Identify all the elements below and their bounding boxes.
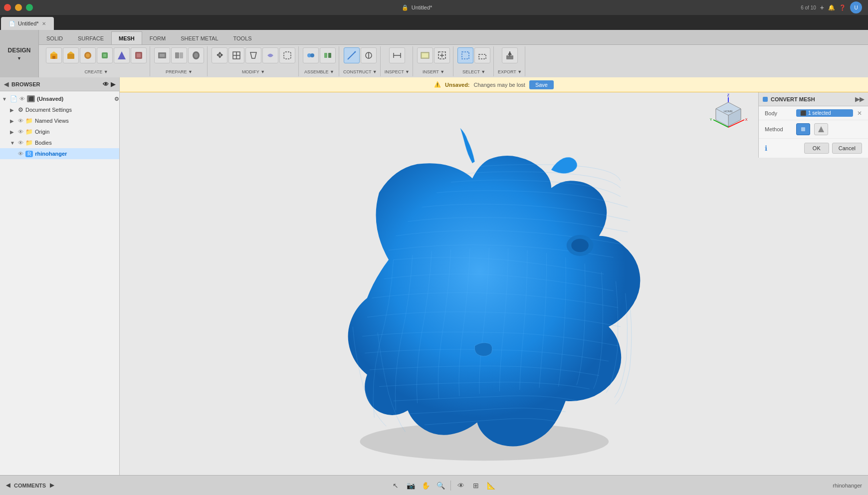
bottombar: ◀ COMMENTS ▶ ↖ 📷 ✋ 🔍 👁 ⊞ 📐 rhinohanger (0, 475, 868, 495)
tree-item-namedviews[interactable]: ▶ 👁 📁 Named Views (0, 115, 119, 126)
3d-viewport[interactable] (120, 92, 868, 475)
window-title: Untitled* (412, 4, 433, 10)
assemble-tool-2[interactable] (320, 47, 336, 63)
tree-settings-icon[interactable]: ⚙ (114, 96, 119, 102)
svg-point-6 (86, 53, 90, 57)
close-window-btn[interactable] (4, 4, 11, 11)
browser-expand-icon[interactable]: ▶ (111, 81, 115, 88)
save-button[interactable]: Save (529, 80, 554, 89)
body-clear-btn[interactable]: ✕ (857, 110, 862, 117)
mesh-viewport-svg (120, 92, 868, 475)
browser-collapse-left-icon[interactable]: ◀ (6, 482, 10, 489)
active-tab[interactable]: 📄 Untitled* ✕ (1, 17, 54, 30)
convert-mesh-title: CONVERT MESH (771, 96, 815, 102)
export-tool-1[interactable] (502, 47, 518, 63)
design-label: DESIGN (7, 47, 30, 54)
orbit-tool-btn[interactable]: ✋ (420, 480, 432, 492)
svg-text:X: X (745, 118, 748, 121)
measure-tool-btn[interactable]: 📐 (485, 480, 497, 492)
modify-tool-5[interactable] (279, 47, 295, 63)
tab-tools[interactable]: TOOLS (226, 31, 259, 44)
help-icon[interactable]: ❓ (839, 4, 846, 11)
inspect-tool-1[interactable] (389, 47, 405, 63)
method-btn-1[interactable] (796, 123, 810, 135)
tab-close-btn[interactable]: ✕ (42, 21, 46, 26)
create-tool-5[interactable] (114, 47, 130, 63)
export-label: EXPORT ▼ (498, 69, 522, 75)
browser-header: ◀ BROWSER 👁 ▶ (0, 77, 119, 91)
create-tool-1[interactable] (46, 47, 62, 63)
notification-icon[interactable]: 🔔 (828, 4, 835, 11)
tree-item-bodies[interactable]: ▼ 👁 📁 Bodies (0, 137, 119, 148)
design-button[interactable]: DESIGN ▼ (0, 30, 39, 77)
browser-collapse-btn[interactable]: ◀ (4, 81, 8, 88)
create-tool-6[interactable] (131, 47, 147, 63)
select-tool-2[interactable] (474, 47, 490, 63)
filename-display: rhinohanger (833, 483, 862, 489)
modify-tool-2[interactable] (228, 47, 244, 63)
docsettings-icon: ⚙ (18, 106, 23, 113)
modify-tool-3[interactable] (245, 47, 261, 63)
body-selected-value: 1 selected (808, 110, 831, 116)
ok-button[interactable]: OK (804, 143, 829, 154)
method-row: Method (759, 120, 868, 139)
svg-rect-25 (324, 53, 327, 58)
tab-solid[interactable]: SOLID (39, 31, 70, 44)
bodies-icon: 📁 (25, 139, 33, 146)
construct-tool-1[interactable] (344, 47, 360, 63)
browser-eye-icon[interactable]: 👁 (103, 81, 109, 88)
select-tool-1[interactable] (457, 47, 473, 63)
svg-rect-14 (175, 52, 179, 58)
tree-item-rhinohanger[interactable]: 👁 R rhinohanger (0, 148, 119, 159)
user-avatar[interactable]: U (850, 1, 862, 13)
maximize-window-btn[interactable] (26, 4, 33, 11)
panel-collapse-btn[interactable]: ▶▶ (855, 96, 864, 103)
construct-tool-2[interactable] (361, 47, 377, 63)
prepare-group: PREPARE ▼ (151, 46, 208, 76)
prepare-tool-3[interactable] (188, 47, 204, 63)
method-btn-2[interactable] (814, 123, 828, 135)
svg-marker-4 (67, 51, 74, 54)
prepare-tool-2[interactable] (171, 47, 187, 63)
svg-rect-35 (422, 53, 428, 57)
display-tool-btn[interactable]: 👁 (455, 480, 467, 492)
construct-label: CONSTRUCT ▼ (343, 69, 377, 75)
tab-sheet-metal[interactable]: SHEET METAL (173, 31, 225, 44)
folder-icon: 📄 (10, 95, 17, 102)
inspect-group: INSPECT ▼ (382, 46, 413, 76)
viewcube[interactable]: Z Y X HOME (708, 92, 748, 132)
zoom-tool-btn[interactable]: 🔍 (434, 480, 446, 492)
create-tool-4[interactable] (97, 47, 113, 63)
prepare-tool-1[interactable] (154, 47, 170, 63)
tab-form[interactable]: FORM (142, 31, 173, 44)
create-tool-3[interactable] (80, 47, 96, 63)
add-tab-btn[interactable]: + (820, 3, 824, 11)
tree-label-rhinohanger: rhinohanger (35, 151, 119, 157)
modify-tool-4[interactable] (262, 47, 278, 63)
tree-label-namedviews: Named Views (35, 118, 119, 124)
tab-mesh[interactable]: MESH (111, 31, 142, 44)
grid-tool-btn[interactable]: ⊞ (470, 480, 482, 492)
comments-expand-icon[interactable]: ▶ (50, 482, 54, 489)
assemble-tool-1[interactable] (303, 47, 319, 63)
lock-icon: 🔒 (402, 4, 409, 11)
minimize-window-btn[interactable] (15, 4, 22, 11)
unsaved-label: Unsaved: (445, 82, 470, 88)
modify-move[interactable]: ✥ (212, 47, 227, 63)
cursor-tool-btn[interactable]: ↖ (390, 480, 402, 492)
info-icon[interactable]: ℹ (765, 144, 767, 152)
tab-surface[interactable]: SURFACE (70, 31, 111, 44)
tree-item-unsaved[interactable]: ▼ 📄 👁 ⬛ (Unsaved) ⚙ (0, 93, 119, 104)
insert-tool-2[interactable] (434, 47, 450, 63)
tree-item-origin[interactable]: ▶ 👁 📁 Origin (0, 126, 119, 137)
tree-item-docsettings[interactable]: ▶ ⚙ Document Settings (0, 104, 119, 115)
tree-arrow-origin: ▶ (10, 129, 16, 135)
tree-label-bodies: Bodies (35, 140, 119, 146)
cancel-button[interactable]: Cancel (832, 143, 862, 154)
camera-tool-btn[interactable]: 📷 (405, 480, 417, 492)
titlebar-left (0, 4, 33, 11)
insert-tool-1[interactable] (417, 47, 433, 63)
create-tool-2[interactable] (63, 47, 79, 63)
svg-rect-40 (479, 54, 486, 59)
construct-group: CONSTRUCT ▼ (340, 46, 381, 76)
